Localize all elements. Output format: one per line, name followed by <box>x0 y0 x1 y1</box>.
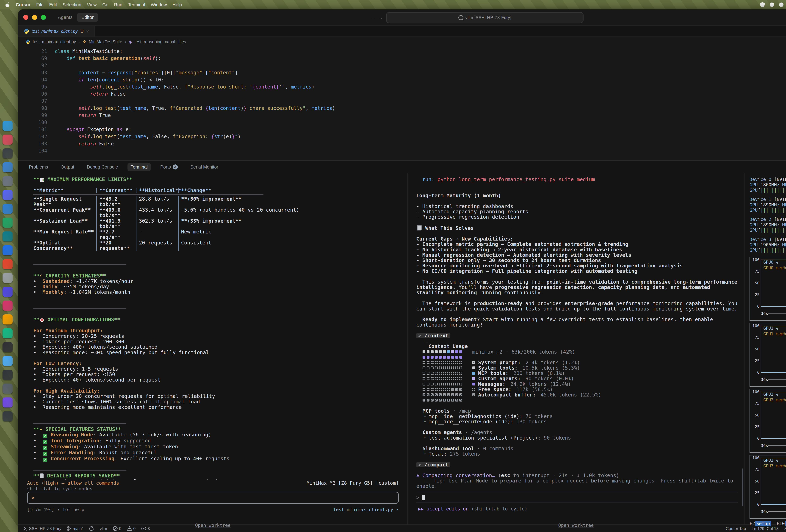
status-item-ln-129-col-13[interactable]: Ln 129, Col 13 <box>752 526 779 531</box>
code-line[interactable]: 102 self.log_test(test_name, False, f"Ex… <box>18 133 786 140</box>
tab-editor[interactable]: Editor <box>77 13 98 22</box>
dock-icon[interactable] <box>2 231 13 241</box>
file-tab[interactable]: test_minimax_client.py U × <box>18 26 95 37</box>
menu-selection[interactable]: Selection <box>63 2 81 7</box>
dock-icon[interactable] <box>2 397 13 408</box>
claude-input-left[interactable]: > <box>27 492 399 504</box>
breadcrumb-class[interactable]: MiniMaxTestSuite <box>89 39 122 44</box>
code-line[interactable]: 94 if len(content.strip()) < 10: <box>18 76 786 83</box>
code-line[interactable]: 93 content = response["choices"][0]["mes… <box>18 69 786 76</box>
dock-icon[interactable] <box>2 217 13 228</box>
dock-icon[interactable] <box>2 273 13 283</box>
scrollbar-thumb[interactable] <box>742 468 743 506</box>
menu-file[interactable]: File <box>36 2 43 7</box>
slash-command[interactable]: > /compact <box>416 462 739 467</box>
dock-icon[interactable] <box>2 135 13 145</box>
line-number: 101 <box>18 126 55 133</box>
terminal-pane-left[interactable]: ** MAXIMUM PERFORMANCE LIMITS** **Metric… <box>18 173 408 525</box>
dock-icon[interactable] <box>2 287 13 297</box>
dock-icon[interactable] <box>2 121 13 131</box>
nvtop-fkey-bar[interactable]: F2Setup F10Quit F12Save Config <box>749 521 786 526</box>
dock-icon[interactable] <box>2 245 13 255</box>
tab-terminal[interactable]: Terminal <box>128 163 151 171</box>
menu-window[interactable]: Window <box>151 2 167 7</box>
svg-text:GPU1 %: GPU1 % <box>763 326 778 331</box>
window-titlebar[interactable]: Agents Editor ← → vllm [SSH: HP-Z8-Fury]… <box>18 9 786 26</box>
app-status-icon[interactable] <box>770 2 774 7</box>
dock-icon[interactable] <box>2 190 13 200</box>
line-number: 104 <box>18 147 55 154</box>
fkey-setup[interactable]: Setup <box>755 521 771 526</box>
breadcrumb-method[interactable]: test_reasoning_capabilities <box>134 39 186 44</box>
slash-command[interactable]: > /context <box>416 333 739 338</box>
dock-icon[interactable] <box>2 342 13 352</box>
close-window-button[interactable] <box>23 15 28 20</box>
context-tree-item: └ Total: 275 tokens <box>416 451 739 457</box>
open-worktree-link-left[interactable]: Open worktree <box>18 523 408 528</box>
nav-back-icon[interactable]: ← <box>370 15 375 20</box>
nav-forward-icon[interactable]: → <box>378 15 383 20</box>
table-header: **Metric****Current****Historical****Cha… <box>33 188 401 193</box>
menu-terminal[interactable]: Terminal <box>128 2 145 7</box>
code-editor[interactable]: 21class MiniMaxTestSuite:69 def test_bas… <box>18 47 786 160</box>
dock-icon[interactable] <box>2 204 13 214</box>
close-tab-icon[interactable]: × <box>86 29 89 34</box>
code-line[interactable]: 69 def test_basic_generation(self): <box>18 55 786 62</box>
dock-icon[interactable] <box>2 356 13 366</box>
minimize-window-button[interactable] <box>32 15 37 20</box>
app-status-icon-2[interactable] <box>779 2 784 7</box>
breadcrumb[interactable]: test_minimax_client.py › ❖ MiniMaxTestSu… <box>18 37 786 47</box>
code-line[interactable]: 100 <box>18 119 786 126</box>
code-line[interactable]: 104 <box>18 147 786 154</box>
code-line[interactable]: 101 except Exception as e: <box>18 126 786 133</box>
code-line[interactable]: 103 return False <box>18 140 786 147</box>
accept-edits-status[interactable]: ▶▶ accept edits on (shift+tab to cycle) <box>418 506 744 512</box>
context-tree-item: └ mcp__ide__getDiagnostics (ide): 70 tok… <box>416 414 739 419</box>
menubar-app-name[interactable]: Cursor <box>16 2 30 7</box>
breadcrumb-file[interactable]: test_minimax_client.py <box>33 39 76 44</box>
svg-text:GPU2 mem%: GPU2 mem% <box>763 397 786 402</box>
tab-agents[interactable]: Agents <box>53 13 77 22</box>
tab-ports[interactable]: Ports3 <box>157 163 181 171</box>
menu-help[interactable]: Help <box>172 2 182 7</box>
claude-input-middle[interactable]: > <box>416 495 744 500</box>
dock-icon[interactable] <box>2 301 13 311</box>
dock-icon[interactable] <box>2 328 13 338</box>
command-center-search[interactable]: vllm [SSH: HP-Z8-Fury] <box>386 12 583 23</box>
code-line[interactable]: 21class MiniMaxTestSuite: <box>18 48 786 55</box>
dock-icon[interactable] <box>2 411 13 421</box>
dock-icon[interactable] <box>2 176 13 186</box>
tab-problems[interactable]: Problems <box>26 163 51 171</box>
apple-menu-icon[interactable] <box>5 2 10 7</box>
open-worktree-link-middle[interactable]: Open worktree <box>408 523 744 528</box>
code-line[interactable]: 95 self.log_test(test_name, False, f"Res… <box>18 83 786 90</box>
menu-edit[interactable]: Edit <box>49 2 57 7</box>
code-line[interactable]: 92 <box>18 62 786 69</box>
code-line[interactable]: 96 return False <box>18 90 786 97</box>
menu-view[interactable]: View <box>87 2 97 7</box>
permission-mode-label[interactable]: Auto (High) — allow all commands <box>27 481 119 486</box>
code-line[interactable]: 99 return True <box>18 112 786 119</box>
terminal-pane-right-nvtop[interactable]: Device 0 [NVIDIA RTX A6000] PCIe GEN 4@1… <box>744 173 786 525</box>
tab-serial-monitor[interactable]: Serial Monitor <box>187 163 222 171</box>
dock-icon[interactable] <box>2 148 13 159</box>
code-line[interactable]: 98 self.log_test(test_name, True, f"Gene… <box>18 105 786 112</box>
dock-icon[interactable] <box>2 162 13 172</box>
status-item-spaces-4[interactable]: Spaces: 4 <box>784 526 786 531</box>
terminal-pane-middle[interactable]: run: python long_term_performance_testin… <box>408 173 744 525</box>
dock-icon[interactable] <box>2 370 13 380</box>
menu-run[interactable]: Run <box>114 2 122 7</box>
dock-icon[interactable] <box>2 259 13 269</box>
tab-output[interactable]: Output <box>57 163 77 171</box>
code-line[interactable]: 97 <box>18 97 786 105</box>
zoom-window-button[interactable] <box>41 15 46 20</box>
dock-icon[interactable] <box>2 315 13 324</box>
bullet-item: • Concurrency: 1-5 requests <box>33 366 401 372</box>
context-grid-row: MCP tools: 200 tokens (0.1%) <box>416 371 739 376</box>
shield-icon[interactable] <box>760 2 765 7</box>
fkey-quit[interactable]: Quit <box>785 521 786 526</box>
menu-go[interactable]: Go <box>102 2 108 7</box>
tab-debug-console[interactable]: Debug Console <box>84 163 121 171</box>
dock-icon[interactable] <box>2 384 13 394</box>
active-file-link[interactable]: test_minimax_client.py • <box>333 507 399 512</box>
